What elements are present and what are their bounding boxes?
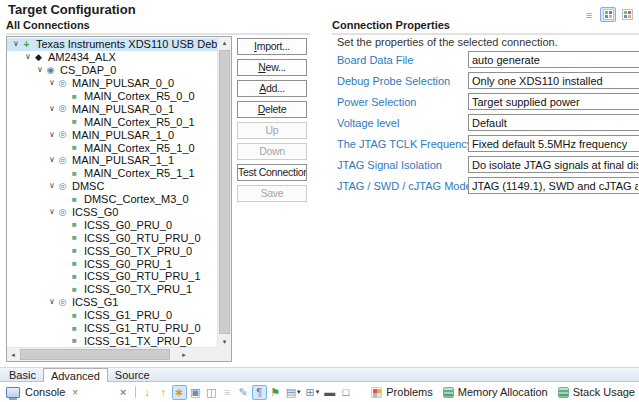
console-tab[interactable]: Console × <box>0 382 86 402</box>
tree-row-xds110[interactable]: Texas Instruments XDS110 USB Debug Probe <box>7 38 218 51</box>
toolbar-separator[interactable] <box>135 386 136 398</box>
scroll-left-arrow[interactable]: ◂ <box>7 348 19 361</box>
tree-row-dmsc[interactable]: DMSC <box>7 180 218 193</box>
vertical-scroll-thumb[interactable] <box>219 50 230 334</box>
view-label: Problems <box>386 386 432 398</box>
maximize-icon[interactable]: □ <box>338 385 353 400</box>
tree-row-dmsc-cortex-m3-0[interactable]: DMSC_Cortex_M3_0 <box>7 193 218 206</box>
view-memory-allocation[interactable]: Memory Allocation <box>443 386 548 398</box>
tree-row-icss-g0[interactable]: ICSS_G0 <box>7 206 218 219</box>
cpu-icon <box>69 271 80 282</box>
tree-row-main-cortex-r5-1-0[interactable]: MAIN_Cortex_R5_1_0 <box>7 141 218 154</box>
horizontal-scroll-thumb[interactable] <box>20 349 170 360</box>
tree-row-icss-g1-tx-pru-0[interactable]: ICSS_G1_TX_PRU_0 <box>7 334 218 347</box>
view-stack-usage[interactable]: Stack Usage <box>558 386 635 398</box>
node-label: ICSS_G0 <box>71 206 118 218</box>
scroll-up-icon[interactable]: ↑ <box>156 385 171 400</box>
node-label: ICSS_G0_TX_PRU_1 <box>83 283 192 295</box>
save-button[interactable]: Save <box>237 185 307 202</box>
import-button[interactable]: Import... <box>237 38 307 55</box>
scroll-down-arrow[interactable]: ▾ <box>218 336 231 348</box>
cpu-icon <box>69 91 80 102</box>
expander-icon[interactable] <box>47 207 57 217</box>
icon-glyph: ↑ <box>160 387 166 398</box>
tree-row-icss-g0-rtu-pru-1[interactable]: ICSS_G0_RTU_PRU_1 <box>7 270 218 283</box>
scroll-up-arrow[interactable]: ▴ <box>218 37 231 49</box>
minimize-icon[interactable]: ▬ <box>322 385 337 400</box>
tree-row-main-cortex-r5-1-1[interactable]: MAIN_Cortex_R5_1_1 <box>7 167 218 180</box>
terminate-icon[interactable]: × <box>116 385 131 400</box>
expander-icon[interactable] <box>47 104 57 114</box>
word-wrap-icon[interactable]: ≡ <box>220 385 235 400</box>
tree-row-main-cortex-r5-0-0[interactable]: MAIN_Cortex_R5_0_0 <box>7 90 218 103</box>
field-input[interactable] <box>468 135 639 152</box>
clear-console-icon[interactable]: ✎ <box>236 385 251 400</box>
icon-glyph: ∗ <box>175 387 184 398</box>
tree-row-icss-g1-pru-0[interactable]: ICSS_G1_PRU_0 <box>7 309 218 322</box>
down-button[interactable]: Down <box>237 143 307 160</box>
new-button[interactable]: New... <box>237 59 307 76</box>
tree-row-icss-g0-pru-1[interactable]: ICSS_G0_PRU_1 <box>7 257 218 270</box>
cpu-icon <box>69 116 80 127</box>
cpu-icon <box>69 219 80 230</box>
tree-row-icss-g0-tx-pru-0[interactable]: ICSS_G0_TX_PRU_0 <box>7 244 218 257</box>
icon-glyph: ✎ <box>239 387 248 398</box>
tab-basic[interactable]: Basic <box>2 368 43 381</box>
close-icon[interactable]: × <box>72 387 78 398</box>
field-input[interactable] <box>468 177 639 194</box>
vertical-scrollbar[interactable]: ▴ ▾ <box>217 37 231 348</box>
connection-properties-form: Board Data File Debug Probe Selection Po… <box>332 50 639 197</box>
pin-icon[interactable]: ⚑ <box>268 385 283 400</box>
expander-icon[interactable] <box>47 78 57 88</box>
tree-row-icss-g0-tx-pru-1[interactable]: ICSS_G0_TX_PRU_1 <box>7 283 218 296</box>
tree-row-icss-g1-rtu-pru-0[interactable]: ICSS_G1_RTU_PRU_0 <box>7 322 218 335</box>
tree-row-main-pulsar-1-0[interactable]: MAIN_PULSAR_1_0 <box>7 128 218 141</box>
scroll-down-icon[interactable]: ↓ <box>140 385 155 400</box>
expander-icon[interactable] <box>47 297 57 307</box>
tree-row-main-cortex-r5-0-1[interactable]: MAIN_Cortex_R5_0_1 <box>7 115 218 128</box>
horizontal-scrollbar[interactable]: ◂ ▸ <box>7 347 218 361</box>
router-icon <box>57 155 68 166</box>
console-view-bar: Console × ×↓↑∗▣◫≡✎¶⚑▤⊞▬□ Problems Memory… <box>0 382 639 402</box>
expander-icon[interactable] <box>47 155 57 165</box>
tree-row-cs-dap-0[interactable]: CS_DAP_0 <box>7 64 218 77</box>
expander-icon[interactable] <box>11 39 21 49</box>
field-input[interactable] <box>468 93 639 110</box>
field-input[interactable] <box>468 114 639 131</box>
scroll-lock-icon[interactable]: ¶ <box>252 385 267 400</box>
tree-row-icss-g0-rtu-pru-0[interactable]: ICSS_G0_RTU_PRU_0 <box>7 231 218 244</box>
tree-row-icss-g1[interactable]: ICSS_G1 <box>7 296 218 309</box>
tree-row-icss-g0-pru-0[interactable]: ICSS_G0_PRU_0 <box>7 218 218 231</box>
node-label: MAIN_PULSAR_0_0 <box>71 77 174 89</box>
cpu-icon <box>69 232 80 243</box>
expander-icon[interactable] <box>35 65 45 75</box>
scroll-right-arrow[interactable]: ▸ <box>178 348 190 361</box>
up-button[interactable]: Up <box>237 122 307 139</box>
show-console-on-change-icon[interactable]: ∗ <box>172 385 187 400</box>
field-board-data-file: Board Data File <box>332 50 639 71</box>
delete-button[interactable]: Delete <box>237 101 307 118</box>
view-problems[interactable]: Problems <box>371 386 432 398</box>
icon-glyph: ↓ <box>144 387 150 398</box>
open-console-window-icon[interactable]: ▣ <box>188 385 203 400</box>
tab-source[interactable]: Source <box>108 368 157 381</box>
display-selected-console-icon[interactable]: ▤ <box>284 385 303 400</box>
expander-icon[interactable] <box>47 181 57 191</box>
add-button[interactable]: Add... <box>237 80 307 97</box>
expander-icon[interactable] <box>23 52 33 62</box>
expander-icon[interactable] <box>47 130 57 140</box>
tree-row-main-pulsar-0-1[interactable]: MAIN_PULSAR_0_1 <box>7 102 218 115</box>
open-new-console-icon[interactable]: ⊞ <box>304 385 322 400</box>
pin-console-icon[interactable]: ◫ <box>204 385 219 400</box>
tab-advanced[interactable]: Advanced <box>43 368 108 382</box>
tree-row-main-pulsar-1-1[interactable]: MAIN_PULSAR_1_1 <box>7 154 218 167</box>
test-connection-button[interactable]: Test Connection <box>237 164 307 181</box>
field-input[interactable] <box>468 72 639 89</box>
tree-row-main-pulsar-0-0[interactable]: MAIN_PULSAR_0_0 <box>7 77 218 90</box>
view-label: Stack Usage <box>573 386 635 398</box>
field-input[interactable] <box>468 156 639 173</box>
tree-row-am2434-alx[interactable]: AM2434_ALX <box>7 51 218 64</box>
connections-tree: Texas Instruments XDS110 USB Debug Probe… <box>6 36 232 362</box>
field-input[interactable] <box>468 51 639 68</box>
node-label: DMSC <box>71 180 104 192</box>
